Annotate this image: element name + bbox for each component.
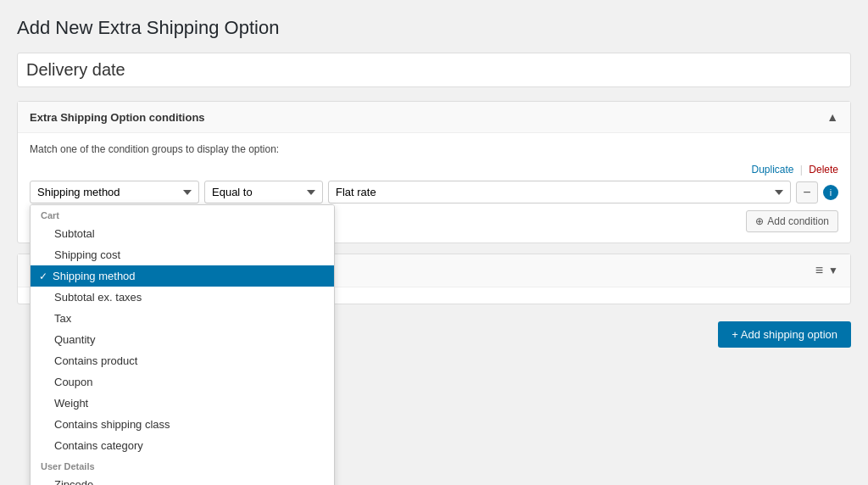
add-condition-label: Add condition [767, 215, 829, 227]
dropdown-item[interactable]: Quantity [31, 329, 334, 350]
dropdown-item[interactable]: Contains product [31, 350, 334, 371]
add-condition-plus-icon: ⊕ [755, 215, 764, 227]
dropdown-item[interactable]: Weight [31, 393, 334, 414]
chevron-down-icon[interactable]: ▼ [828, 265, 838, 276]
conditions-panel-title: Extra Shipping Option conditions [30, 111, 205, 124]
conditions-body: Match one of the condition groups to dis… [18, 133, 850, 242]
delete-link[interactable]: Delete [809, 164, 838, 176]
add-shipping-option-button[interactable]: + Add shipping option [718, 321, 851, 348]
page-title: Add New Extra Shipping Option [17, 17, 851, 39]
value-select[interactable]: Flat rate [328, 181, 791, 203]
dropdown-item[interactable]: Contains shipping class [31, 414, 334, 435]
remove-condition-button[interactable]: − [796, 181, 818, 203]
operator-select[interactable]: Equal to [204, 181, 323, 203]
dropdown-item[interactable]: Coupon [31, 371, 334, 393]
collapse-icon[interactable]: ▲ [826, 110, 838, 124]
match-label: Match one of the condition groups to dis… [30, 143, 838, 155]
conditions-panel: Extra Shipping Option conditions ▲ Match… [17, 101, 851, 243]
info-icon[interactable]: i [823, 185, 838, 200]
dropdown-item[interactable]: Shipping method [31, 265, 334, 287]
option-title-input[interactable] [17, 53, 851, 87]
hamburger-icon[interactable]: ≡ [815, 263, 823, 278]
dropdown-item[interactable]: Subtotal [31, 223, 334, 244]
add-condition-button[interactable]: ⊕ Add condition [746, 210, 838, 232]
dropdown-item[interactable]: Contains category [31, 435, 334, 456]
condition-row: Shipping method CartSubtotalShipping cos… [30, 181, 838, 203]
condition-type-dropdown[interactable]: CartSubtotalShipping costShipping method… [30, 204, 335, 485]
dropdown-group-label: Cart [31, 205, 334, 223]
duplicate-delete-row: Duplicate | Delete [751, 164, 838, 176]
dropdown-item[interactable]: Tax [31, 308, 334, 329]
page-wrapper: Add New Extra Shipping Option Extra Ship… [0, 0, 868, 485]
dropdown-item[interactable]: Shipping cost [31, 244, 334, 265]
condition-type-select[interactable]: Shipping method [30, 181, 199, 203]
dropdown-item[interactable]: Zipcode [31, 474, 334, 485]
panel-controls: ≡ ▼ [815, 263, 838, 278]
dropdown-group-label: User Details [31, 456, 334, 474]
duplicate-link[interactable]: Duplicate [751, 164, 793, 176]
condition-type-wrapper: Shipping method CartSubtotalShipping cos… [30, 181, 199, 203]
dropdown-item[interactable]: Subtotal ex. taxes [31, 287, 334, 308]
conditions-panel-header: Extra Shipping Option conditions ▲ [18, 102, 850, 133]
